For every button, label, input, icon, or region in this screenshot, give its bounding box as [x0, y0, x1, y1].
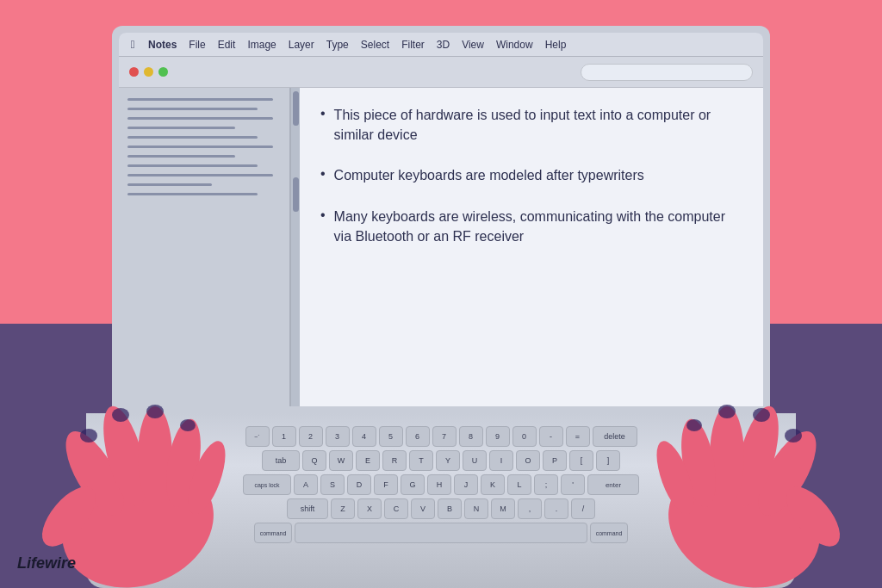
- key-e[interactable]: E: [356, 450, 380, 471]
- sidebar-line: [127, 183, 212, 186]
- key-quote[interactable]: ': [561, 474, 585, 495]
- menu-filter[interactable]: Filter: [398, 39, 428, 51]
- key-r[interactable]: R: [382, 450, 407, 471]
- key-y[interactable]: Y: [436, 450, 460, 471]
- scrollbar-track[interactable]: [291, 88, 300, 406]
- key-s[interactable]: S: [320, 474, 345, 495]
- key-h[interactable]: H: [427, 474, 451, 495]
- key-capslock[interactable]: caps lock: [243, 474, 291, 495]
- key-v[interactable]: V: [411, 498, 435, 519]
- sidebar-line: [127, 174, 273, 176]
- key-5[interactable]: 5: [379, 426, 403, 447]
- bullet-text-1: This piece of hardware is used to input …: [334, 105, 742, 145]
- sidebar-line: [127, 136, 258, 139]
- key-w[interactable]: W: [329, 450, 353, 471]
- search-bar[interactable]: [581, 64, 753, 81]
- bullet-item-2: • Computer keyboards are modeled after t…: [320, 165, 742, 185]
- key-bracket-left[interactable]: [: [569, 450, 593, 471]
- key-4[interactable]: 4: [352, 426, 376, 447]
- sidebar-line: [127, 98, 273, 101]
- menu-help[interactable]: Help: [542, 39, 570, 51]
- key-9[interactable]: 9: [486, 426, 510, 447]
- key-period[interactable]: .: [544, 498, 568, 519]
- menu-select[interactable]: Select: [357, 39, 393, 51]
- key-tab[interactable]: tab: [262, 450, 300, 471]
- traffic-light-green[interactable]: [158, 67, 168, 77]
- keyboard-row-zxcv: shift Z X C V B N M , . /: [155, 498, 727, 519]
- menu-type[interactable]: Type: [323, 39, 352, 51]
- scrollbar-thumb-2[interactable]: [293, 177, 299, 212]
- key-i[interactable]: I: [489, 450, 513, 471]
- key-6[interactable]: 6: [406, 426, 430, 447]
- key-8[interactable]: 8: [459, 426, 483, 447]
- sidebar-line: [127, 164, 258, 167]
- keyboard-row-asdf: caps lock A S D F G H J K L ; ' enter: [155, 474, 727, 495]
- screen-inner:  Notes File Edit Image Layer Type Selec…: [119, 33, 763, 406]
- key-m[interactable]: M: [491, 498, 515, 519]
- menu-notes[interactable]: Notes: [145, 39, 180, 51]
- key-u[interactable]: U: [463, 450, 487, 471]
- key-q[interactable]: Q: [302, 450, 326, 471]
- key-2[interactable]: 2: [299, 426, 323, 447]
- key-7[interactable]: 7: [432, 426, 457, 447]
- key-command-right[interactable]: command: [590, 523, 628, 543]
- key-bracket-right[interactable]: ]: [596, 450, 620, 471]
- menu-layer[interactable]: Layer: [285, 39, 318, 51]
- key-p[interactable]: P: [543, 450, 567, 471]
- key-d[interactable]: D: [347, 474, 371, 495]
- key-n[interactable]: N: [464, 498, 488, 519]
- sidebar-line: [127, 155, 235, 158]
- key-k[interactable]: K: [481, 474, 505, 495]
- sidebar-line: [127, 127, 235, 129]
- menu-3d[interactable]: 3D: [433, 39, 453, 51]
- bullet-dot-2: •: [320, 166, 326, 182]
- key-1[interactable]: 1: [272, 426, 296, 447]
- traffic-light-red[interactable]: [129, 67, 139, 77]
- sidebar-line: [127, 117, 273, 120]
- key-minus[interactable]: -: [539, 426, 563, 447]
- menu-edit[interactable]: Edit: [214, 39, 239, 51]
- keyboard-row-qwerty: tab Q W E R T Y U I O P [ ]: [155, 450, 727, 471]
- sidebar-line: [127, 193, 258, 195]
- app-window: • This piece of hardware is used to inpu…: [119, 57, 763, 406]
- key-delete[interactable]: delete: [593, 426, 637, 447]
- screen-outer:  Notes File Edit Image Layer Type Selec…: [112, 26, 770, 413]
- key-o[interactable]: O: [516, 450, 540, 471]
- key-space[interactable]: [295, 523, 587, 543]
- menu-window[interactable]: Window: [493, 39, 537, 51]
- key-0[interactable]: 0: [512, 426, 537, 447]
- key-l[interactable]: L: [507, 474, 531, 495]
- window-content: • This piece of hardware is used to inpu…: [119, 88, 763, 406]
- key-t[interactable]: T: [409, 450, 433, 471]
- key-semicolon[interactable]: ;: [534, 474, 558, 495]
- bullet-text-2: Computer keyboards are modeled after typ…: [334, 165, 644, 185]
- bullet-item-1: • This piece of hardware is used to inpu…: [320, 105, 742, 145]
- key-enter[interactable]: enter: [587, 474, 639, 495]
- scrollbar-thumb[interactable]: [293, 91, 299, 126]
- key-b[interactable]: B: [438, 498, 462, 519]
- key-equals[interactable]: =: [566, 426, 590, 447]
- menu-image[interactable]: Image: [244, 39, 279, 51]
- key-comma[interactable]: ,: [518, 498, 542, 519]
- keyboard-area: ~` 1 2 3 4 5 6 7 8 9 0 - = delete tab Q …: [86, 413, 796, 588]
- key-shift-left[interactable]: shift: [287, 498, 328, 519]
- sidebar-line: [127, 108, 258, 110]
- key-f[interactable]: F: [374, 474, 398, 495]
- key-3[interactable]: 3: [326, 426, 350, 447]
- apple-icon: : [126, 38, 140, 52]
- key-c[interactable]: C: [384, 498, 408, 519]
- sidebar: [119, 88, 291, 406]
- traffic-light-yellow[interactable]: [144, 67, 153, 77]
- key-a[interactable]: A: [294, 474, 318, 495]
- key-g[interactable]: G: [401, 474, 425, 495]
- key-slash[interactable]: /: [571, 498, 595, 519]
- bullet-dot-3: •: [320, 207, 326, 223]
- key-z[interactable]: Z: [331, 498, 355, 519]
- laptop:  Notes File Edit Image Layer Type Selec…: [86, 26, 796, 588]
- key-x[interactable]: X: [357, 498, 382, 519]
- key-command-left[interactable]: command: [254, 523, 292, 543]
- key-j[interactable]: J: [454, 474, 478, 495]
- key-tilde[interactable]: ~`: [245, 426, 270, 447]
- menu-file[interactable]: File: [185, 39, 208, 51]
- menu-view[interactable]: View: [458, 39, 488, 51]
